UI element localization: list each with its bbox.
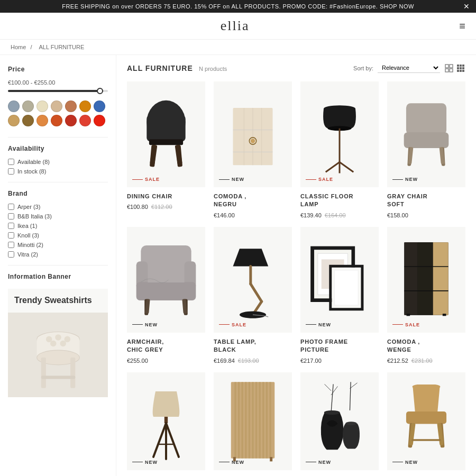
svg-line-80: [166, 423, 179, 457]
dining-chair-img: [137, 95, 195, 174]
badge-photo-frame: NEW: [318, 322, 331, 327]
product-card-floor-lamp[interactable]: SALE CLASSIC FLOORLA: [300, 81, 379, 218]
ikea-checkbox[interactable]: [8, 223, 14, 229]
product-card-dining-chair[interactable]: SALE DINING CHAIR €100.80€112.00: [127, 81, 205, 218]
availability-in-stock[interactable]: In stock (8): [8, 168, 108, 175]
product-card-comoda-negru[interactable]: NEW COMODA ,NEGRU: [214, 81, 292, 218]
badge-vases: NEW: [318, 460, 331, 465]
sort-label: Sort by:: [353, 65, 373, 71]
breadcrumb-home[interactable]: Home: [11, 44, 26, 50]
svg-rect-89: [252, 382, 253, 458]
color-swatch-red-dark[interactable]: [65, 115, 77, 126]
color-swatch-dark-gold[interactable]: [22, 115, 34, 126]
svg-rect-91: [259, 382, 261, 458]
color-swatch-orange[interactable]: [79, 100, 91, 112]
product-card-lamp-beige[interactable]: NEW FLOOR LAMP,BEIGE: [127, 372, 205, 476]
menu-icon[interactable]: ≡: [459, 20, 465, 32]
price-range-text: €100.00 - €255.00: [8, 79, 108, 86]
sort-select[interactable]: Relevance Price: Low to High Price: High…: [378, 63, 440, 73]
svg-rect-96: [270, 457, 272, 461]
color-swatch-gold[interactable]: [8, 115, 20, 126]
product-card-photo-frame[interactable]: NEW PHO: [300, 227, 379, 364]
svg-rect-17: [462, 65, 464, 67]
close-icon[interactable]: ✕: [463, 2, 470, 11]
bb-italia-checkbox[interactable]: [8, 213, 14, 219]
minotti-checkbox[interactable]: [8, 242, 14, 248]
product-card-gray-chair[interactable]: NEW GRAY CHAIRSOFT €158.0: [387, 81, 465, 218]
svg-line-42: [326, 162, 340, 172]
product-price-armchair: €255.00: [127, 358, 205, 364]
svg-rect-45: [406, 103, 446, 134]
product-name-table-lamp: TABLE LAMP,BLACK: [214, 338, 292, 354]
cabinet-img: [226, 378, 279, 465]
price-slider[interactable]: [8, 90, 108, 92]
color-swatch-beige[interactable]: [51, 100, 62, 112]
badge-dining-chair: SALE: [145, 177, 160, 182]
in-stock-checkbox[interactable]: [8, 168, 14, 175]
color-swatch-blue[interactable]: [94, 100, 105, 112]
svg-point-103: [345, 422, 356, 425]
svg-rect-104: [406, 411, 446, 424]
svg-rect-77: [443, 314, 446, 316]
info-banner-title: Trendy Sweatshirts: [8, 289, 108, 313]
svg-rect-26: [149, 139, 183, 145]
vitra-checkbox[interactable]: [8, 251, 14, 258]
svg-line-79: [153, 423, 166, 457]
breadcrumb-separator: /: [30, 44, 32, 50]
color-swatch-cream[interactable]: [36, 100, 48, 112]
brand-vitra[interactable]: Vitra (2): [8, 251, 108, 258]
svg-point-102: [324, 410, 340, 414]
color-swatch-burnt-orange[interactable]: [51, 115, 62, 126]
svg-rect-46: [404, 132, 449, 148]
info-banner[interactable]: Trendy Sweatshirts: [8, 289, 108, 397]
color-swatch-amber[interactable]: [36, 115, 48, 126]
color-swatch-blue-grey[interactable]: [8, 100, 20, 112]
arper-checkbox[interactable]: [8, 204, 14, 210]
brand-minotti[interactable]: Minotti (2): [8, 242, 108, 248]
svg-point-9: [50, 340, 57, 346]
color-swatch-rust[interactable]: [65, 100, 77, 112]
svg-line-97: [331, 384, 333, 413]
header: ellia ≡: [0, 13, 476, 40]
svg-rect-4: [70, 358, 75, 388]
available-checkbox[interactable]: [8, 159, 14, 165]
availability-available[interactable]: Available (8): [8, 159, 108, 165]
svg-rect-92: [262, 382, 264, 458]
brand-knoll[interactable]: Knoll (3): [8, 232, 108, 239]
grid-2-icon[interactable]: [444, 63, 454, 73]
color-swatch-red[interactable]: [79, 115, 91, 126]
product-grid: SALE DINING CHAIR €100.80€112.00: [127, 81, 465, 476]
brand-bb-italia[interactable]: B&B Italia (3): [8, 213, 108, 219]
vases-img: [309, 378, 370, 465]
brand-arper[interactable]: Arper (3): [8, 204, 108, 210]
product-card-cabinet[interactable]: NEW: [214, 372, 292, 476]
product-card-comoda-wenge[interactable]: SALE: [387, 227, 465, 364]
product-card-vases[interactable]: NEW: [300, 372, 379, 476]
logo[interactable]: ellia: [221, 18, 250, 34]
svg-rect-94: [269, 382, 271, 458]
info-banner-section-title: Information Banner: [8, 273, 108, 280]
product-price-dining-chair: €100.80€112.00: [127, 204, 205, 210]
product-price-gray-chair: €158.00: [387, 212, 465, 218]
product-price-table-lamp: €169.84€193.00: [214, 358, 292, 364]
product-card-dining-chair-wood[interactable]: NEW DIN: [387, 372, 465, 476]
svg-rect-71: [404, 242, 417, 315]
color-swatch-tan[interactable]: [22, 100, 34, 112]
product-card-armchair[interactable]: NEW: [127, 227, 205, 364]
svg-rect-72: [433, 242, 448, 315]
badge-dining-chair-wood: NEW: [405, 460, 418, 465]
badge-comoda-negru: NEW: [232, 177, 244, 182]
knoll-checkbox[interactable]: [8, 232, 14, 239]
product-name-dining-chair: DINING CHAIR: [127, 193, 205, 200]
grid-3-icon[interactable]: [456, 63, 465, 73]
product-card-table-lamp[interactable]: SALE TABLE LAMP,BLAC: [214, 227, 292, 364]
svg-rect-13: [445, 69, 448, 72]
badge-cabinet: NEW: [232, 460, 244, 465]
color-swatch-red-bright[interactable]: [94, 115, 105, 126]
brand-ikea[interactable]: Ikea (1): [8, 223, 108, 229]
badge-lamp-beige: NEW: [145, 460, 158, 465]
badge-comoda-wenge: SALE: [405, 322, 420, 327]
svg-rect-16: [460, 65, 462, 67]
product-price-comoda-negru: €146.00: [214, 212, 292, 218]
svg-rect-23: [462, 70, 464, 72]
